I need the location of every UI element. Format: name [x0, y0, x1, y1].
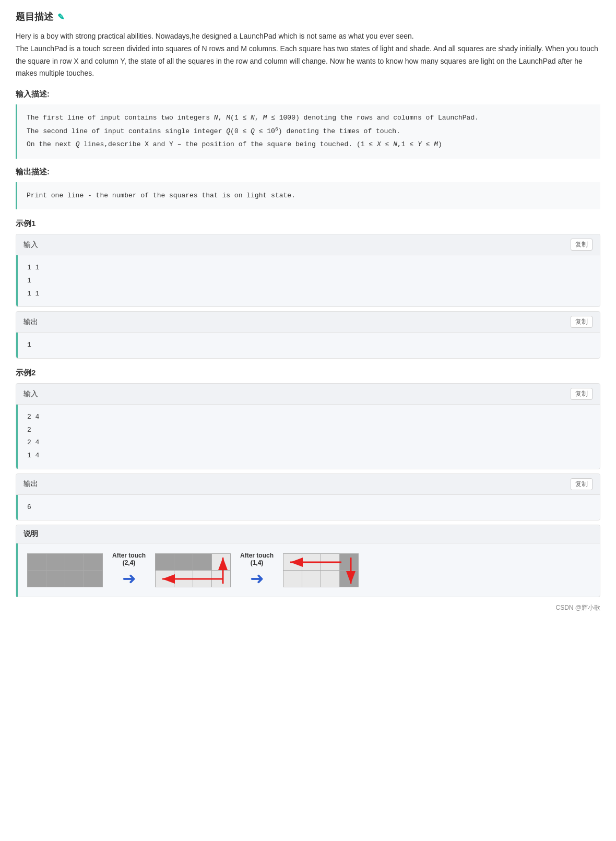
example2-input-copy-button[interactable]: 复制	[571, 388, 593, 400]
example1-output-block: 输出 复制 1	[16, 311, 600, 359]
grid-after-touch2	[283, 553, 359, 587]
output-section-title: 输出描述:	[16, 167, 600, 177]
arrow2-icon: ➜	[250, 568, 264, 588]
output-line-1: Print one line - the number of the squar…	[27, 189, 591, 203]
example2-output-content: 6	[16, 495, 600, 520]
input-section-title: 输入描述:	[16, 89, 600, 99]
footer-credit: CSDN @辉小歌	[16, 603, 600, 612]
example2-input-content: 2 4 2 2 4 1 4	[16, 405, 600, 469]
input-description: The first line of input contains two int…	[16, 104, 600, 158]
arrow2-container: After touch(1,4) ➜	[240, 552, 274, 588]
explanation-header: 说明	[16, 525, 600, 543]
page-title: 题目描述 ✎	[16, 10, 600, 23]
example1-input-header: 输入 复制	[16, 234, 600, 255]
input-line-1: The first line of input contains two int…	[27, 112, 591, 125]
example1-input-content: 1 1 1 1 1	[16, 255, 600, 306]
edit-icon[interactable]: ✎	[57, 12, 64, 22]
grid-illustration: After touch(2,4) ➜	[27, 552, 590, 588]
arrow1-container: After touch(2,4) ➜	[112, 552, 146, 588]
title-text: 题目描述	[16, 10, 53, 23]
example2-output-copy-button[interactable]: 复制	[571, 478, 593, 490]
desc-line-2: The LaunchPad is a touch screen divided …	[16, 43, 600, 80]
example2-output-block: 输出 复制 6	[16, 473, 600, 521]
after-touch-1-label: After touch(2,4)	[112, 552, 146, 566]
example2-input-label: 输入	[23, 389, 38, 399]
example2-output-label: 输出	[23, 479, 38, 489]
example1-input-block: 输入 复制 1 1 1 1 1	[16, 234, 600, 307]
arrow1-icon: ➜	[122, 568, 136, 588]
grid-after-touch1	[155, 553, 231, 587]
after-touch-2-label: After touch(1,4)	[240, 552, 274, 566]
initial-grid-table	[27, 553, 103, 587]
example1-output-content: 1	[16, 333, 600, 358]
example1-title: 示例1	[16, 219, 600, 229]
example1-input-label: 输入	[23, 240, 38, 250]
initial-grid	[27, 553, 103, 587]
explanation-content: After touch(2,4) ➜	[16, 543, 600, 597]
example1-output-header: 输出 复制	[16, 312, 600, 333]
example2-title: 示例2	[16, 368, 600, 378]
example1-output-label: 输出	[23, 317, 38, 327]
explanation-block: 说明 After touch(2,4) ➜	[16, 525, 600, 597]
grid-after-touch2-table	[283, 553, 359, 587]
example2-input-block: 输入 复制 2 4 2 2 4 1 4	[16, 383, 600, 469]
example2-output-header: 输出 复制	[16, 474, 600, 495]
desc-line-1: Hery is a boy with strong practical abil…	[16, 30, 600, 43]
problem-description: Hery is a boy with strong practical abil…	[16, 30, 600, 80]
input-line-3: On the next Q lines,describe X and Y – t…	[27, 138, 591, 151]
example1-input-copy-button[interactable]: 复制	[571, 239, 593, 251]
example2-input-header: 输入 复制	[16, 384, 600, 405]
example1-output-copy-button[interactable]: 复制	[571, 316, 593, 328]
input-line-2: The second line of input contains single…	[27, 125, 591, 138]
grid-after-touch1-table	[155, 553, 231, 587]
output-description: Print one line - the number of the squar…	[16, 182, 600, 210]
